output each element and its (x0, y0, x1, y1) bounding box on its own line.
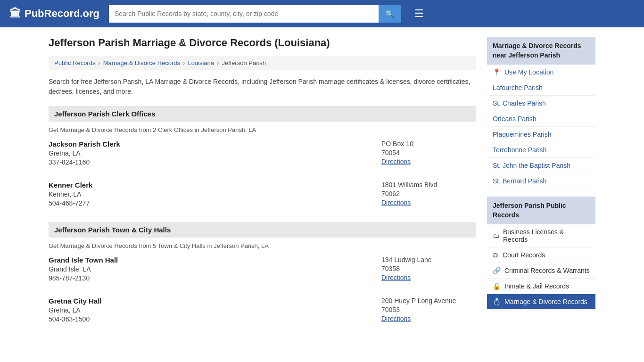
business-icon: 🗂 (493, 232, 499, 239)
clerk-office-1-address: PO Box 10 (381, 140, 476, 148)
sidebar-parish-stbernard[interactable]: St. Bernard Parish (487, 173, 595, 189)
breadcrumb-sep-1: › (98, 59, 100, 66)
breadcrumb: Public Records › Marriage & Divorce Reco… (49, 56, 476, 70)
clerk-office-2-right: 1801 Williams Blvd 70062 Directions (381, 181, 476, 207)
city-hall-2-left: Gretna City Hall Gretna, LA 504-363-1500 (49, 297, 381, 323)
sidebar-parish-lafourche[interactable]: Lafourche Parish (487, 80, 595, 96)
clerk-office-1-directions[interactable]: Directions (381, 158, 411, 165)
city-hall-1: Grand Isle Town Hall Grand Isle, LA 985-… (49, 256, 476, 288)
inmate-icon: 🔒 (493, 282, 501, 290)
site-header: 🏛 PubRecord.org 🔍 ☰ (0, 0, 644, 27)
clerk-office-2-zip: 70062 (381, 190, 476, 197)
city-hall-2-phone: 504-363-1500 (49, 315, 381, 323)
sidebar-records-court-label: Court Records (503, 251, 545, 259)
sidebar-parish-stjohn[interactable]: St. John the Baptist Parish (487, 158, 595, 173)
clerk-office-2-directions[interactable]: Directions (381, 199, 411, 206)
search-input[interactable] (109, 5, 379, 23)
clerk-office-1-zip: 70054 (381, 149, 476, 156)
sidebar-records-criminal-label: Criminal Records & Warrants (504, 267, 590, 274)
page-title: Jefferson Parish Marriage & Divorce Reco… (49, 37, 476, 49)
search-button[interactable]: 🔍 (379, 5, 401, 23)
clerk-office-2-address: 1801 Williams Blvd (381, 181, 476, 189)
sidebar-records-business-label: Business Licenses & Records (503, 228, 590, 243)
sidebar-parish-orleans[interactable]: Orleans Parish (487, 111, 595, 127)
search-bar: 🔍 (109, 5, 401, 23)
clerk-office-1-left: Jackson Parish Clerk Gretna, LA 337-824-… (49, 140, 381, 166)
sidebar-parish-stcharles[interactable]: St. Charles Parish (487, 96, 595, 111)
marriage-icon: 💍 (493, 298, 501, 305)
court-icon: ⚖ (493, 251, 499, 259)
city-hall-section-header: Jefferson Parish Town & City Halls (49, 222, 476, 238)
page-description: Search for free Jefferson Parish, LA Mar… (49, 77, 476, 97)
clerk-office-1-right: PO Box 10 70054 Directions (381, 140, 476, 166)
city-hall-2: Gretna City Hall Gretna, LA 504-363-1500… (49, 297, 476, 329)
sidebar-records-criminal[interactable]: 🔗 Criminal Records & Warrants (487, 263, 595, 279)
city-hall-1-city: Grand Isle, LA (49, 265, 381, 273)
sidebar-records-marriage[interactable]: 💍 Marriage & Divorce Records (487, 294, 595, 310)
city-hall-2-right: 200 Huey P Long Avenue 70053 Directions (381, 297, 476, 323)
city-hall-2-city: Gretna, LA (49, 306, 381, 314)
sidebar-parish-plaquemines[interactable]: Plaquemines Parish (487, 127, 595, 142)
breadcrumb-public-records[interactable]: Public Records (54, 59, 95, 66)
city-hall-1-right: 134 Ludwig Lane 70358 Directions (381, 256, 476, 282)
clerk-section-description: Get Marriage & Divorce Records from 2 Cl… (49, 126, 476, 133)
pin-icon: 📍 (493, 68, 501, 76)
clerk-office-2: Kenner Clerk Kenner, LA 504-468-7277 180… (49, 181, 476, 214)
sidebar-records-court[interactable]: ⚖ Court Records (487, 247, 595, 263)
clerk-office-2-phone: 504-468-7277 (49, 199, 381, 207)
sidebar: Marriage & Divorce Records near Jefferso… (487, 37, 595, 338)
menu-button[interactable]: ☰ (411, 6, 428, 22)
city-hall-2-name: Gretna City Hall (49, 297, 381, 305)
city-hall-1-name: Grand Isle Town Hall (49, 256, 381, 264)
public-records-box-header: Jefferson Parish Public Records (487, 197, 595, 224)
clerk-office-1-city: Gretna, LA (49, 149, 381, 157)
nearby-box: Marriage & Divorce Records near Jefferso… (487, 37, 595, 189)
hamburger-icon: ☰ (414, 8, 424, 19)
clerk-office-2-city: Kenner, LA (49, 190, 381, 198)
nearby-box-header: Marriage & Divorce Records near Jefferso… (487, 37, 595, 65)
clerk-office-1-phone: 337-824-1160 (49, 158, 381, 166)
sidebar-records-marriage-label: Marriage & Divorce Records (504, 298, 587, 305)
breadcrumb-sep-3: › (217, 59, 219, 66)
city-hall-1-directions[interactable]: Directions (381, 274, 411, 281)
sidebar-parish-terrebonne[interactable]: Terrebonne Parish (487, 142, 595, 158)
city-hall-1-phone: 985-787-2130 (49, 274, 381, 282)
use-my-location-label: Use My Location (504, 68, 553, 76)
content-area: Jefferson Parish Marriage & Divorce Reco… (49, 37, 476, 338)
sidebar-records-inmate-label: Inmate & Jail Records (504, 282, 569, 290)
breadcrumb-sep-2: › (183, 59, 185, 66)
logo-text: PubRecord.org (25, 8, 99, 20)
clerk-section-header: Jefferson Parish Clerk Offices (49, 106, 476, 122)
sidebar-records-inmate[interactable]: 🔒 Inmate & Jail Records (487, 279, 595, 294)
logo-icon: 🏛 (9, 7, 21, 20)
clerk-office-2-left: Kenner Clerk Kenner, LA 504-468-7277 (49, 181, 381, 207)
city-hall-1-address: 134 Ludwig Lane (381, 256, 476, 263)
city-hall-section-description: Get Marriage & Divorce Records from 5 To… (49, 242, 476, 249)
logo[interactable]: 🏛 PubRecord.org (9, 7, 99, 20)
main-container: Jefferson Parish Marriage & Divorce Reco… (39, 27, 605, 347)
city-hall-2-address: 200 Huey P Long Avenue (381, 297, 476, 304)
use-my-location[interactable]: 📍 Use My Location (487, 65, 595, 80)
city-hall-1-zip: 70358 (381, 265, 476, 272)
breadcrumb-jefferson-parish: Jefferson Parish (222, 59, 266, 66)
clerk-office-2-name: Kenner Clerk (49, 181, 381, 189)
public-records-box: Jefferson Parish Public Records 🗂 Busine… (487, 197, 595, 310)
city-hall-2-directions[interactable]: Directions (381, 315, 411, 322)
clerk-office-1: Jackson Parish Clerk Gretna, LA 337-824-… (49, 140, 476, 173)
sidebar-records-business[interactable]: 🗂 Business Licenses & Records (487, 224, 595, 247)
search-icon: 🔍 (385, 9, 395, 18)
clerk-office-1-name: Jackson Parish Clerk (49, 140, 381, 148)
breadcrumb-louisiana[interactable]: Louisiana (188, 59, 214, 66)
city-hall-1-left: Grand Isle Town Hall Grand Isle, LA 985-… (49, 256, 381, 282)
breadcrumb-marriage-divorce[interactable]: Marriage & Divorce Records (103, 59, 180, 66)
criminal-icon: 🔗 (493, 267, 501, 274)
city-hall-2-zip: 70053 (381, 306, 476, 313)
